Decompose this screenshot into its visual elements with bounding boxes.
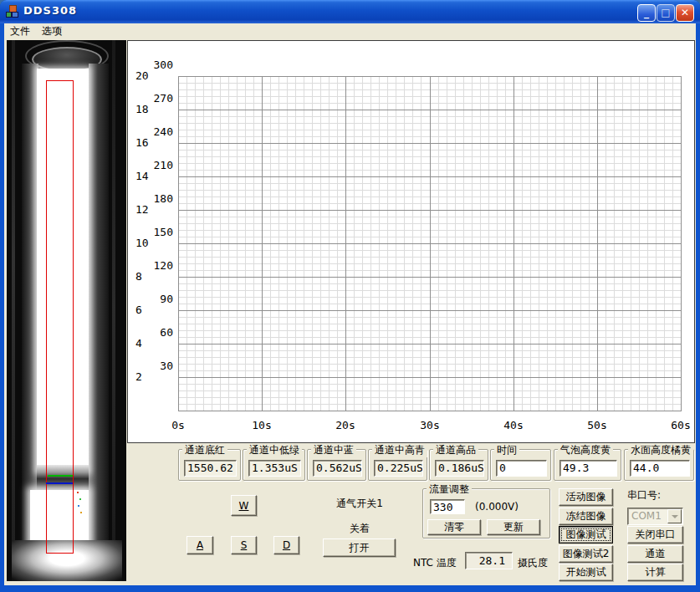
y-tick-secondary: 4 [135,337,142,350]
app-window: DDS308 _ □ ✕ 文件 选项 201816141210864230027… [0,0,700,592]
water-level-marker [46,482,73,484]
glass-edge-left [12,40,15,581]
bubble-height-input[interactable]: 49.3 [559,460,617,477]
group-channel-high: 通道高品 0.186uS [429,449,488,481]
y-tick-primary: 210 [143,159,173,172]
flow-value-input[interactable]: 330 [430,499,465,514]
menu-bar: 文件 选项 [4,23,696,38]
com-port-value: COM1 [631,510,662,522]
vent-switch-title: 通气开关1 [322,497,397,511]
y-tick-secondary: 8 [135,270,142,283]
key-s-button[interactable]: S [231,536,257,554]
y-tick-primary: 60 [143,326,173,339]
serial-port-label: 串口号: [627,488,661,503]
image-test2-button[interactable]: 图像测试2 [559,545,613,563]
group-label: 通道高品 [433,443,478,457]
chevron-down-icon[interactable] [667,509,682,523]
water-height-input[interactable]: 44.0 [630,460,690,477]
time-input[interactable]: 0 [496,460,547,477]
vent-switch-state: 关着 [322,522,397,536]
tube-wall-right [89,64,109,559]
grid-major-hline [178,277,682,278]
grid-major-hline [178,243,682,244]
y-tick-primary: 270 [143,92,173,105]
y-tick-primary: 150 [143,226,173,239]
group-label: 流量调整 [427,482,472,497]
y-tick-primary: 120 [143,259,173,273]
minimize-button[interactable]: _ [637,4,656,22]
x-tick-label: 30s [420,419,439,431]
group-channel-midhigh-cyan: 通道中高青 0.225uS [368,449,427,481]
grid-major-hline [178,411,682,411]
y-tick-secondary: 2 [135,370,142,384]
channel-button[interactable]: 通道 [627,545,683,563]
menu-options[interactable]: 选项 [36,23,68,39]
y-tick-secondary: 6 [135,304,142,317]
key-d-button[interactable]: D [273,536,299,554]
group-channel-bottom-red: 通道底红 1550.62 [178,449,241,481]
camera-image-panel [7,40,126,581]
group-flow-adjust: 流量调整 330 (0.000V) 清零 更新 [422,488,550,538]
channel-midlow-green-value: 1.353uS [248,460,301,477]
channel-bottom-red-value: 1550.62 [184,460,237,477]
app-icon [6,5,19,18]
ntc-temp-label: NTC 温度 [413,556,457,570]
group-time: 时间 0 [490,449,551,481]
group-water-height: 水面高度橘黄 44.0 [624,449,694,481]
grid-major-hline [178,344,682,344]
live-image-button[interactable]: 活动图像 [559,488,613,506]
group-label: 气泡高度黄 [558,443,613,457]
y-tick-primary: 240 [143,125,173,139]
grid-major-hline [178,176,682,177]
group-label: 通道中蓝 [311,443,356,457]
com-port-select[interactable]: COM1 [627,508,683,525]
x-tick-label: 60s [671,419,690,431]
calculate-button[interactable]: 计算 [627,564,683,581]
y-tick-primary: 30 [143,360,173,373]
glass-edge-right [112,40,115,581]
y-axis-labels: 2018161412108642300270240210180150120906… [128,41,178,426]
x-tick-label: 40s [503,419,523,431]
flow-clear-button[interactable]: 清零 [427,519,481,535]
x-tick-label: 20s [335,419,355,431]
title-bar[interactable]: DDS308 _ □ ✕ [0,0,700,23]
image-test-button[interactable]: 图像测试 [559,526,613,544]
sensor-noise-dots [77,492,79,493]
y-tick-primary: 90 [143,293,173,306]
grid-major-hline [178,310,682,311]
y-tick-primary: 180 [143,192,173,206]
group-channel-mid-blue: 通道中蓝 0.562uS [307,449,366,481]
grid-major-hline [178,110,682,110]
channel-midhigh-cyan-value: 0.225uS [374,460,423,477]
grid-major-hline [178,143,682,144]
grid-major-hline [178,377,682,378]
flow-voltage-label: (0.000V) [475,501,519,513]
group-label: 通道中高青 [372,443,427,457]
chart-panel: 2018161412108642300270240210180150120906… [127,40,695,443]
vent-open-button[interactable]: 打开 [323,538,396,557]
tube-wall-left [22,64,38,559]
group-label: 时间 [494,443,519,457]
plot-area [178,76,682,411]
key-a-button[interactable]: A [186,536,213,554]
grid-major-hline [178,76,682,77]
flow-update-button[interactable]: 更新 [487,519,540,535]
menu-file[interactable]: 文件 [4,23,36,39]
channel-high-value: 0.186uS [435,460,484,477]
x-axis-labels: 0s10s20s30s40s50s60s [128,419,696,432]
freeze-image-button[interactable]: 冻结图像 [559,508,613,525]
ntc-temp-unit: 摄氏度 [518,556,548,570]
window-title: DDS308 [23,4,77,17]
group-bubble-height: 气泡高度黄 49.3 [554,449,621,481]
start-test-button[interactable]: 开始测试 [559,564,613,581]
key-w-button[interactable]: W [231,495,257,516]
group-label: 通道底红 [182,443,227,457]
grid-major-hline [178,210,682,211]
x-tick-label: 50s [587,419,606,431]
close-button[interactable]: ✕ [676,4,694,22]
close-serial-button[interactable]: 关闭串口 [627,526,683,544]
y-tick-primary: 300 [143,59,173,72]
maximize-button[interactable]: □ [657,4,675,22]
bubble-height-marker [48,475,73,477]
channel-mid-blue-value: 0.562uS [313,460,362,477]
